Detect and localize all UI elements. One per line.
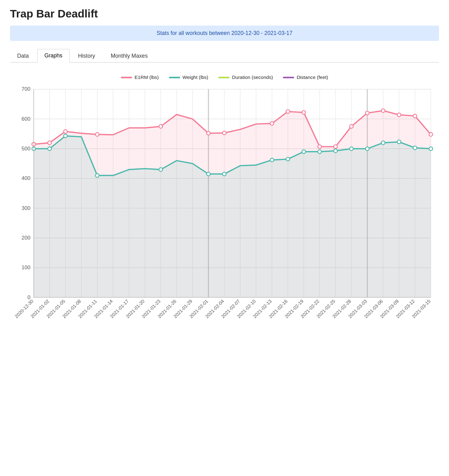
tab-data[interactable]: Data xyxy=(10,49,36,63)
svg-point-59 xyxy=(397,113,401,117)
line-chart: 01002003004005006007002020-12-302021-01-… xyxy=(10,85,439,338)
svg-text:700: 700 xyxy=(22,86,30,92)
svg-point-56 xyxy=(350,124,353,128)
legend-weight-color xyxy=(169,77,180,78)
legend-distance-label: Distance (feet) xyxy=(297,75,328,80)
svg-point-79 xyxy=(429,147,433,151)
svg-point-73 xyxy=(334,149,338,153)
svg-point-71 xyxy=(302,150,306,153)
svg-point-63 xyxy=(48,147,52,151)
svg-point-52 xyxy=(286,110,290,114)
legend-duration-label: Duration (seconds) xyxy=(232,75,273,80)
tab-bar: Data Graphs History Monthly Maxes xyxy=(10,48,439,63)
svg-point-76 xyxy=(381,141,385,145)
legend-weight: Weight (lbs) xyxy=(169,75,209,80)
legend-distance: Distance (feet) xyxy=(283,75,328,80)
svg-text:500: 500 xyxy=(22,146,30,152)
svg-point-46 xyxy=(64,130,67,134)
legend-distance-color xyxy=(283,77,294,78)
svg-point-68 xyxy=(223,172,226,176)
svg-text:100: 100 xyxy=(22,265,30,270)
legend-e1rm-color xyxy=(121,77,132,78)
svg-point-72 xyxy=(318,150,322,153)
svg-text:400: 400 xyxy=(22,175,30,181)
svg-point-49 xyxy=(207,131,210,135)
legend-duration-color xyxy=(218,77,229,78)
legend-weight-label: Weight (lbs) xyxy=(183,75,209,80)
svg-point-47 xyxy=(96,133,99,136)
chart-area: E1RM (lbs) Weight (lbs) Duration (second… xyxy=(10,71,439,338)
stats-bar: Stats for all workouts between 2020-12-3… xyxy=(10,26,439,41)
tab-history[interactable]: History xyxy=(71,49,102,63)
svg-point-60 xyxy=(413,114,417,118)
svg-point-77 xyxy=(397,140,401,144)
chart-container: 01002003004005006007002020-12-302021-01-… xyxy=(10,85,439,338)
svg-point-53 xyxy=(302,111,306,114)
svg-point-78 xyxy=(413,146,417,150)
svg-point-75 xyxy=(365,147,369,151)
svg-point-65 xyxy=(96,174,99,177)
svg-point-58 xyxy=(381,109,385,113)
svg-point-45 xyxy=(48,141,52,145)
svg-point-55 xyxy=(334,145,338,148)
legend-e1rm: E1RM (lbs) xyxy=(121,75,159,80)
legend-e1rm-label: E1RM (lbs) xyxy=(135,75,159,80)
svg-point-67 xyxy=(207,172,210,176)
svg-point-64 xyxy=(64,134,67,138)
svg-point-54 xyxy=(318,145,322,148)
tab-graphs[interactable]: Graphs xyxy=(37,49,70,63)
svg-point-57 xyxy=(365,111,369,115)
svg-point-74 xyxy=(350,147,353,151)
legend-duration: Duration (seconds) xyxy=(218,75,273,80)
svg-point-51 xyxy=(270,122,274,125)
svg-text:200: 200 xyxy=(22,235,30,241)
svg-point-48 xyxy=(159,124,163,128)
svg-text:300: 300 xyxy=(22,205,30,211)
svg-point-70 xyxy=(286,157,290,161)
svg-point-50 xyxy=(223,131,226,135)
svg-point-69 xyxy=(270,158,274,162)
tab-monthly-maxes[interactable]: Monthly Maxes xyxy=(104,49,155,63)
svg-point-66 xyxy=(159,168,163,172)
svg-text:600: 600 xyxy=(22,116,30,122)
svg-point-61 xyxy=(429,133,433,136)
chart-legend: E1RM (lbs) Weight (lbs) Duration (second… xyxy=(10,75,439,80)
page-title: Trap Bar Deadlift xyxy=(10,7,439,20)
